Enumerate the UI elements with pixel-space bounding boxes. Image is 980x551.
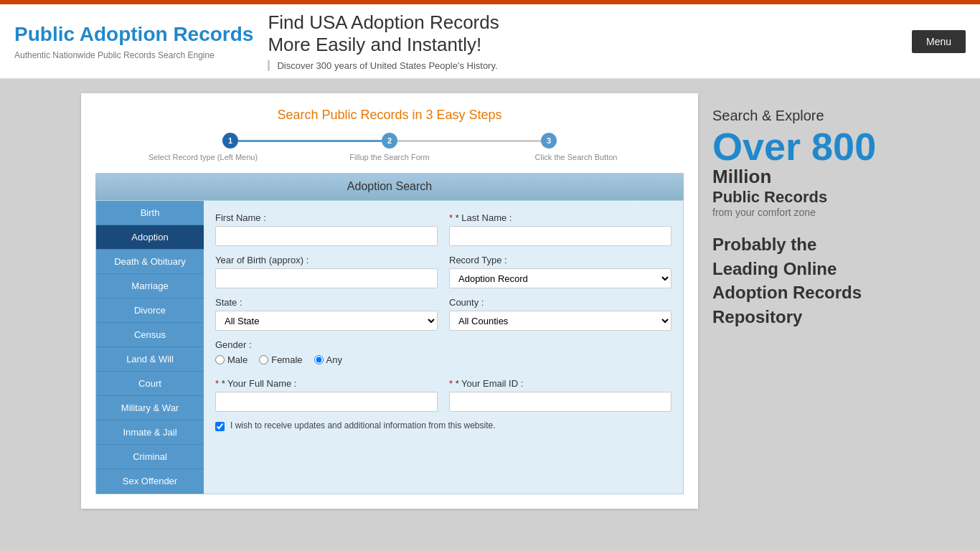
- steps-bar: 1 2 3: [95, 133, 684, 149]
- form-header-text: Adoption Search: [347, 180, 432, 192]
- email-group: * * Your Email ID :: [449, 378, 672, 412]
- step-3-label: Click the Search Button: [483, 153, 669, 161]
- steps-header: Search Public Records in 3 Easy Steps: [95, 108, 684, 123]
- record-type-select[interactable]: Adoption Record: [449, 268, 672, 288]
- county-label: County :: [449, 297, 672, 308]
- big-number: Over 800: [712, 127, 885, 166]
- header: Public Adoption Records Authentic Nation…: [0, 4, 980, 79]
- gender-any-radio[interactable]: [314, 355, 324, 364]
- first-name-group: First Name :: [215, 212, 438, 246]
- email-input[interactable]: [449, 392, 672, 412]
- steps-title-plain: Search Public Records: [277, 108, 412, 122]
- headline-line2: More Easily and Instantly!: [268, 34, 481, 55]
- logo-area: Public Adoption Records Authentic Nation…: [14, 23, 253, 60]
- step-2-label: Fillup the Search Form: [296, 153, 483, 161]
- million-text: Million: [712, 166, 885, 188]
- gender-options: Male Female Any: [215, 354, 672, 369]
- section2-line3: Adoption Records: [712, 283, 862, 302]
- gender-female-label[interactable]: Female: [259, 354, 302, 365]
- section2: Probably the Leading Online Adoption Rec…: [712, 232, 885, 329]
- sidebar-item-birth[interactable]: Birth: [96, 201, 204, 225]
- state-county-row: State : All State AlabamaAlaskaArizona C…: [215, 297, 672, 331]
- step-1-circle: 1: [222, 133, 238, 149]
- step-3-circle: 3: [541, 133, 557, 149]
- checkbox-row: I wish to receive updates and additional…: [215, 420, 672, 431]
- fullname-group: * * Your Full Name :: [215, 378, 438, 412]
- updates-checkbox[interactable]: [215, 422, 225, 431]
- form-area: First Name : * * Last Name : Year of Bir…: [204, 201, 683, 494]
- county-group: County : All Counties: [449, 297, 672, 331]
- gender-female-radio[interactable]: [259, 355, 268, 364]
- step-2-circle: 2: [382, 133, 397, 149]
- email-label: * * Your Email ID :: [449, 378, 672, 389]
- first-name-label: First Name :: [215, 212, 438, 223]
- gender-label: Gender :: [215, 339, 672, 350]
- comfort-text: from your comfort zone: [712, 207, 885, 218]
- yob-input[interactable]: [215, 268, 438, 288]
- last-name-input[interactable]: [449, 226, 672, 246]
- sidebar-item-land-will[interactable]: Land & Will: [96, 347, 204, 372]
- fullname-input[interactable]: [215, 392, 438, 412]
- last-name-label: * * Last Name :: [449, 212, 672, 223]
- explore-label: Search & Explore: [712, 108, 885, 124]
- section2-line1: Probably the: [712, 235, 816, 254]
- logo-plain-text: Public: [14, 23, 80, 45]
- county-select[interactable]: All Counties: [449, 311, 672, 331]
- gender-row: Gender : Male Female Any: [215, 339, 672, 369]
- section2-line2: Leading Online: [712, 259, 837, 278]
- menu-button[interactable]: Menu: [912, 30, 966, 53]
- yob-recordtype-row: Year of Birth (approx) : Record Type : A…: [215, 255, 672, 288]
- record-type-group: Record Type : Adoption Record: [449, 255, 672, 288]
- state-label: State :: [215, 297, 438, 308]
- section2-content: Probably the Leading Online Adoption Rec…: [712, 232, 885, 329]
- step-1-label: Select Record type (Left Menu): [110, 153, 296, 161]
- headline-line1: Find USA Adoption Records: [268, 11, 499, 33]
- sidebar: Birth Adoption Death & Obituary Marriage…: [96, 201, 204, 494]
- main-card: Search Public Records in 3 Easy Steps 1 …: [81, 93, 698, 509]
- inner-panel: Birth Adoption Death & Obituary Marriage…: [95, 200, 684, 494]
- first-name-input[interactable]: [215, 226, 438, 246]
- sidebar-item-criminal[interactable]: Criminal: [96, 445, 204, 469]
- gender-male-label[interactable]: Male: [215, 354, 248, 365]
- state-select[interactable]: All State AlabamaAlaskaArizona Californi…: [215, 311, 438, 331]
- sidebar-item-census[interactable]: Census: [96, 323, 204, 347]
- public-records-text: Public Records: [712, 188, 885, 207]
- steps-labels: Select Record type (Left Menu) Fillup th…: [110, 153, 669, 161]
- sidebar-item-military-war[interactable]: Military & War: [96, 396, 204, 420]
- logo-title: Public Adoption Records: [14, 23, 253, 46]
- step-line-1: [238, 140, 382, 142]
- sidebar-item-divorce[interactable]: Divorce: [96, 298, 204, 323]
- step-line-2: [397, 140, 541, 142]
- sidebar-item-court[interactable]: Court: [96, 372, 204, 396]
- sidebar-item-death-obituary[interactable]: Death & Obituary: [96, 250, 204, 274]
- name-row: First Name : * * Last Name :: [215, 212, 672, 246]
- steps-title-highlight: in 3 Easy Steps: [413, 108, 502, 122]
- sidebar-item-adoption[interactable]: Adoption: [96, 225, 204, 250]
- sidebar-item-marriage[interactable]: Marriage: [96, 274, 204, 298]
- state-group: State : All State AlabamaAlaskaArizona C…: [215, 297, 438, 331]
- logo-highlight-text: Adoption Records: [80, 23, 254, 45]
- gender-male-radio[interactable]: [215, 355, 225, 364]
- fullname-label: * * Your Full Name :: [215, 378, 438, 389]
- checkbox-text: I wish to receive updates and additional…: [230, 420, 496, 430]
- logo-subtitle: Authentic Nationwide Public Records Sear…: [14, 50, 215, 60]
- header-headline: Find USA Adoption Records More Easily an…: [253, 11, 912, 71]
- gender-any-label[interactable]: Any: [314, 354, 342, 365]
- headline: Find USA Adoption Records More Easily an…: [268, 11, 897, 56]
- inner-panel-header: Adoption Search: [95, 173, 684, 200]
- yob-group: Year of Birth (approx) :: [215, 255, 438, 288]
- record-type-label: Record Type :: [449, 255, 672, 265]
- header-description: Discover 300 years of United States Peop…: [268, 60, 897, 71]
- main-container: Search Public Records in 3 Easy Steps 1 …: [81, 93, 899, 509]
- sidebar-item-inmate-jail[interactable]: Inmate & Jail: [96, 420, 204, 445]
- steps-title: Search Public Records in 3 Easy Steps: [95, 108, 684, 123]
- last-name-group: * * Last Name :: [449, 212, 672, 246]
- right-panel: Search & Explore Over 800 Million Public…: [698, 93, 899, 509]
- fullname-email-row: * * Your Full Name : * * Your Email ID :: [215, 378, 672, 412]
- sidebar-item-sex-offender[interactable]: Sex Offender: [96, 469, 204, 494]
- yob-label: Year of Birth (approx) :: [215, 255, 438, 265]
- section2-line4: Repository: [712, 307, 802, 326]
